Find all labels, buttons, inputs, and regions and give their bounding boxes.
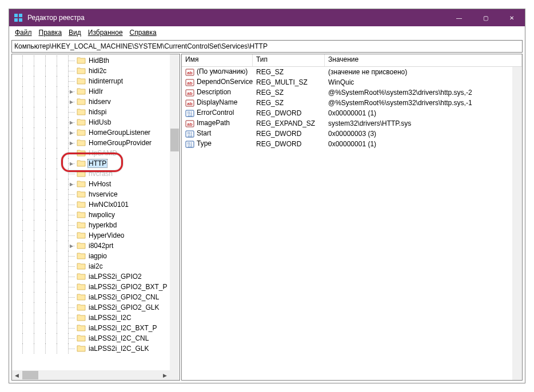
- value-row[interactable]: ab(По умолчанию)REG_SZ(значение не присв…: [182, 67, 522, 77]
- menu-edit[interactable]: Правка: [35, 27, 66, 38]
- tree-item[interactable]: iaLPSS2i_GPIO2_CNL: [12, 292, 180, 302]
- tree-item[interactable]: ▶HomeGroupListener: [12, 127, 180, 138]
- tree-item[interactable]: ▶i8042prt: [12, 241, 180, 251]
- value-name: Description: [197, 88, 231, 96]
- folder-icon: [77, 87, 86, 95]
- tree-item[interactable]: iaLPSS2i_I2C_CNL: [12, 333, 180, 343]
- tree-item[interactable]: ▶HomeGroupProvider: [12, 138, 180, 148]
- tree-item[interactable]: ▶HidIr: [12, 86, 180, 97]
- tree-item[interactable]: HidBth: [12, 55, 180, 66]
- tree-item-label: HidBth: [87, 57, 110, 65]
- tree-vscrollbar[interactable]: [170, 54, 180, 370]
- tree-item[interactable]: hyperkbd: [12, 220, 180, 230]
- column-name[interactable]: Имя: [182, 54, 253, 66]
- tree-item-label: hwpolicy: [87, 211, 116, 219]
- value-type: REG_SZ: [253, 89, 325, 97]
- tree-item-label: iaLPSS2i_GPIO2_BXT_P: [87, 283, 168, 291]
- svg-text:ab: ab: [187, 81, 192, 86]
- tree-hscrollbar[interactable]: ◀ ▶: [12, 370, 170, 380]
- tree-item[interactable]: iaLPSS2i_GPIO2: [12, 271, 180, 282]
- folder-icon: [77, 149, 86, 157]
- value-data: 0x00000001 (1): [325, 140, 522, 148]
- tree-item[interactable]: ▶HvHost: [12, 179, 180, 189]
- tree-item-label: HidIr: [87, 87, 104, 95]
- tree-item[interactable]: iagpio: [12, 251, 180, 261]
- titlebar[interactable]: Редактор реестра — ▢ ✕: [9, 9, 525, 26]
- value-type: REG_DWORD: [253, 109, 325, 117]
- vscroll-thumb[interactable]: [170, 129, 179, 151]
- value-row[interactable]: 011110ErrorControlREG_DWORD0x00000001 (1…: [182, 108, 522, 118]
- tree-item[interactable]: iaLPSS2i_I2C: [12, 313, 180, 323]
- menu-help[interactable]: Справка: [126, 27, 160, 38]
- svg-rect-1: [19, 14, 22, 17]
- menu-favorites[interactable]: Избранное: [85, 27, 126, 38]
- content-area: HidBthhidi2chidinterrupt▶HidIr▶hidservhi…: [9, 54, 525, 383]
- value-type: REG_SZ: [253, 99, 325, 107]
- value-type: REG_EXPAND_SZ: [253, 119, 325, 127]
- value-type: REG_DWORD: [253, 140, 325, 148]
- value-row[interactable]: abDependOnServiceREG_MULTI_SZWinQuic: [182, 77, 522, 87]
- value-row[interactable]: abDescriptionREG_SZ@%SystemRoot%\system3…: [182, 87, 522, 98]
- tree-item[interactable]: iaLPSS2i_GPIO2_GLK: [12, 302, 180, 313]
- tree-item[interactable]: ▶HidUsb: [12, 117, 180, 127]
- tree-item-label: iagpio: [87, 252, 108, 260]
- tree-item[interactable]: hidinterrupt: [12, 76, 180, 86]
- tree-item[interactable]: hvcrash: [12, 169, 180, 179]
- address-bar[interactable]: Компьютер\HKEY_LOCAL_MACHINE\SYSTEM\Curr…: [11, 40, 523, 53]
- hscroll-right-icon[interactable]: ▶: [160, 370, 170, 380]
- tree-item-label: hidserv: [87, 98, 112, 106]
- value-row[interactable]: abDisplayNameREG_SZ@%SystemRoot%\system3…: [182, 98, 522, 108]
- tree-item[interactable]: hwpolicy: [12, 210, 180, 220]
- tree-scroll[interactable]: HidBthhidi2chidinterrupt▶HidIr▶hidservhi…: [12, 54, 180, 380]
- folder-icon: [77, 129, 86, 137]
- values-pane: Имя Тип Значение ab(По умолчанию)REG_SZ(…: [181, 54, 523, 381]
- tree-item[interactable]: hidspi: [12, 107, 180, 117]
- maximize-button[interactable]: ▢: [472, 9, 499, 26]
- tree-item[interactable]: HpSAMD: [12, 148, 180, 158]
- svg-text:ab: ab: [187, 91, 192, 96]
- tree-item-label: hidspi: [87, 108, 107, 116]
- value-name: DisplayName: [197, 98, 237, 106]
- tree-item[interactable]: iaLPSS2i_GPIO2_BXT_P: [12, 282, 180, 292]
- value-name: Start: [197, 129, 211, 137]
- hscroll-thumb[interactable]: [22, 371, 38, 379]
- value-row[interactable]: abImagePathREG_EXPAND_SZsystem32\drivers…: [182, 118, 522, 129]
- folder-icon: [77, 98, 86, 106]
- minimize-button[interactable]: —: [446, 9, 472, 26]
- tree-item[interactable]: hidi2c: [12, 66, 180, 76]
- folder-icon: [77, 118, 86, 126]
- tree-item[interactable]: iaLPSS2i_I2C_BXT_P: [12, 323, 180, 333]
- column-value[interactable]: Значение: [325, 54, 522, 66]
- svg-text:ab: ab: [187, 70, 192, 75]
- tree-item[interactable]: iai2c: [12, 261, 180, 271]
- folder-icon: [77, 221, 86, 229]
- regedit-window: Редактор реестра — ▢ ✕ Файл Правка Вид И…: [9, 9, 525, 383]
- string-value-icon: ab: [185, 98, 194, 107]
- tree-item[interactable]: HyperVideo: [12, 230, 180, 241]
- tree-item-label: HidUsb: [87, 118, 112, 126]
- tree-item[interactable]: ▶hidserv: [12, 97, 180, 107]
- tree-item-label: HyperVideo: [87, 231, 125, 239]
- tree-item-label: hyperkbd: [87, 221, 118, 229]
- regedit-icon: [14, 13, 23, 22]
- folder-icon: [77, 77, 86, 85]
- menu-view[interactable]: Вид: [65, 27, 85, 38]
- tree-item[interactable]: HwNClx0101: [12, 199, 180, 210]
- folder-icon: [77, 211, 86, 219]
- tree-item[interactable]: ▶HTTP: [12, 158, 180, 169]
- value-row[interactable]: 011110StartREG_DWORD0x00000003 (3): [182, 129, 522, 139]
- list-vscrollbar[interactable]: [512, 67, 522, 380]
- menu-file[interactable]: Файл: [11, 27, 35, 38]
- value-data: 0x00000003 (3): [325, 130, 522, 138]
- svg-rect-0: [14, 14, 18, 17]
- binary-value-icon: 011110: [185, 139, 194, 149]
- tree-item[interactable]: hvservice: [12, 189, 180, 199]
- column-type[interactable]: Тип: [253, 54, 325, 66]
- hscroll-left-icon[interactable]: ◀: [12, 370, 22, 380]
- binary-value-icon: 011110: [185, 109, 194, 118]
- value-row[interactable]: 011110TypeREG_DWORD0x00000001 (1): [182, 139, 522, 149]
- svg-text:110: 110: [188, 145, 193, 148]
- tree-item[interactable]: iaLPSS2i_I2C_GLK: [12, 343, 180, 354]
- close-button[interactable]: ✕: [499, 9, 525, 26]
- list-body[interactable]: ab(По умолчанию)REG_SZ(значение не присв…: [182, 67, 522, 380]
